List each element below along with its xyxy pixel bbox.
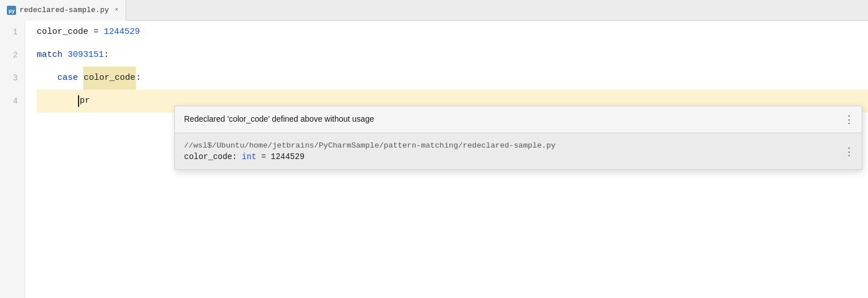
tooltip-popup: Redeclared 'color_code' defined above wi… [174, 106, 862, 170]
code-token: : [136, 67, 141, 90]
code-token: 1244529 [104, 21, 140, 44]
code-token: 3093151 [68, 44, 104, 67]
code-token [62, 44, 68, 67]
code-editor: 1 2 3 4 color_code = 1244529 match 30931… [0, 21, 868, 298]
code-token: = [88, 21, 104, 44]
svg-text:py: py [9, 8, 15, 14]
tooltip-section-detail: //wsl$/Ubuntu/home/jetbrains/PyCharmSamp… [175, 133, 862, 169]
line-number-1: 1 [0, 21, 18, 44]
tab-filename: redeclared-sample.py [19, 6, 109, 14]
tooltip-file-path: //wsl$/Ubuntu/home/jetbrains/PyCharmSamp… [184, 141, 853, 150]
tab-redeclared-sample[interactable]: py redeclared-sample.py × [0, 0, 126, 21]
tooltip-var-type: int [242, 152, 256, 161]
tooltip-declaration: color_code: int = 1244529 [184, 152, 853, 161]
code-keyword-match: match [37, 44, 62, 67]
tooltip-var-value: = 1244529 [261, 152, 304, 161]
code-line-2: match 3093151 : [37, 44, 868, 67]
code-content[interactable]: color_code = 1244529 match 3093151 : cas… [25, 21, 868, 298]
code-token-highlighted: color_code [83, 67, 136, 90]
tooltip-section1-more-button[interactable]: ⋮ [844, 113, 855, 126]
python-file-icon: py [7, 6, 16, 15]
code-keyword-case: case [57, 67, 78, 90]
tooltip-var-name: color_code: [184, 152, 242, 161]
tooltip-section2-more-button[interactable]: ⋮ [844, 145, 855, 158]
line-number-3: 3 [0, 67, 18, 90]
tab-bar: py redeclared-sample.py × [0, 0, 868, 21]
code-indent [37, 67, 57, 90]
code-token: color_code [37, 21, 88, 44]
code-token: pr [80, 90, 90, 113]
text-cursor [78, 95, 79, 107]
code-indent [37, 90, 78, 113]
tooltip-warning-message: Redeclared 'color_code' defined above wi… [184, 114, 374, 123]
code-line-3: case color_code : [37, 67, 868, 90]
code-line-1: color_code = 1244529 [37, 21, 868, 44]
tooltip-section-warning: Redeclared 'color_code' defined above wi… [175, 106, 862, 133]
code-token [78, 67, 83, 90]
line-numbers: 1 2 3 4 [0, 21, 25, 298]
code-token: : [104, 44, 109, 67]
tab-close-button[interactable]: × [115, 7, 119, 13]
line-number-4: 4 [0, 90, 18, 113]
line-number-2: 2 [0, 44, 18, 67]
